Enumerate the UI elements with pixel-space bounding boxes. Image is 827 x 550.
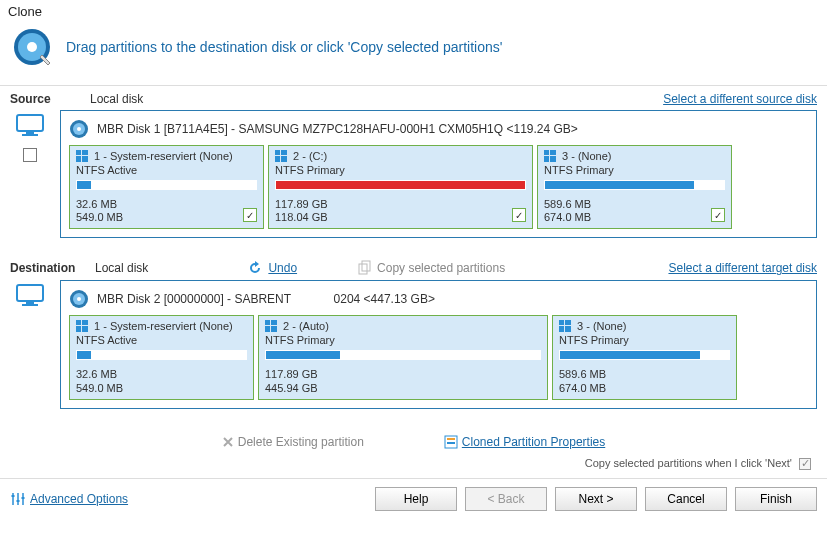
undo-icon[interactable] [248,260,264,276]
partition-block[interactable]: 3 - (None)NTFS Primary589.6 MB674.0 MB [552,315,737,399]
clone-disk-icon [12,27,52,67]
partition-stats: 117.89 GB118.04 GB [275,198,526,224]
svg-rect-25 [22,304,38,306]
partition-title: 1 - System-reserviert (None) [94,320,233,332]
copy-on-next-row: Copy selected partitions when I click 'N… [0,453,827,479]
svg-point-8 [77,127,81,131]
partition-block[interactable]: 1 - System-reserviert (None)NTFS Active3… [69,315,254,399]
destination-disk-frame: MBR Disk 2 [00000000] - SABRENT 0204 <44… [60,280,817,408]
help-button[interactable]: Help [375,487,457,511]
properties-icon [444,435,458,449]
usage-bar [265,350,541,360]
partition-stats: 589.6 MB674.0 MB [544,198,725,224]
svg-rect-35 [265,326,270,332]
source-disk-frame: MBR Disk 1 [B711A4E5] - SAMSUNG MZ7PC128… [60,110,817,238]
svg-point-2 [27,42,37,52]
partition-fs: NTFS Primary [275,164,526,176]
svg-rect-37 [559,320,564,325]
svg-rect-13 [275,150,280,155]
window-title: Clone [0,0,827,23]
disk-icon [69,119,89,139]
svg-rect-39 [559,326,564,332]
usage-bar [76,350,247,360]
cloned-partition-properties-link[interactable]: Cloned Partition Properties [444,435,605,449]
partition-title: 3 - (None) [577,320,627,332]
partition-checkbox[interactable]: ✓ [243,208,257,222]
source-label: Source [10,92,80,106]
back-button: < Back [465,487,547,511]
partition-title: 2 - (C:) [293,150,327,162]
svg-rect-34 [271,320,277,325]
usage-bar [544,180,725,190]
copy-on-next-label: Copy selected partitions when I click 'N… [585,457,792,469]
svg-rect-5 [22,134,38,136]
copy-selected-label: Copy selected partitions [377,261,505,275]
partition-title: 1 - System-reserviert (None) [94,150,233,162]
partition-fs: NTFS Primary [265,334,541,346]
svg-rect-32 [82,326,88,332]
svg-rect-19 [544,156,549,162]
destination-label: Destination [10,261,85,275]
monitor-icon [16,284,44,306]
svg-rect-38 [565,320,571,325]
svg-rect-44 [12,495,15,497]
partition-fs: NTFS Active [76,164,257,176]
svg-rect-21 [359,264,367,274]
svg-rect-40 [565,326,571,332]
partition-fs: NTFS Active [76,334,247,346]
usage-bar [275,180,526,190]
svg-rect-20 [550,156,556,162]
svg-rect-10 [82,150,88,155]
partition-title: 3 - (None) [562,150,612,162]
svg-rect-12 [82,156,88,162]
svg-rect-18 [550,150,556,155]
destination-body: MBR Disk 2 [00000000] - SABRENT 0204 <44… [0,280,827,424]
svg-rect-11 [76,156,81,162]
partition-block[interactable]: 3 - (None)NTFS Primary589.6 MB674.0 MB✓ [537,145,732,229]
copy-icon [357,260,373,276]
svg-point-28 [77,297,81,301]
svg-rect-15 [275,156,280,162]
destination-disk-info: MBR Disk 2 [00000000] - SABRENT 0204 <44… [97,292,435,306]
partition-stats: 32.6 MB549.0 MB [76,368,247,394]
partition-stats: 32.6 MB549.0 MB [76,198,257,224]
select-different-target-link[interactable]: Select a different target disk [668,261,817,275]
svg-rect-33 [265,320,270,325]
partition-block[interactable]: 2 - (C:)NTFS Primary117.89 GB118.04 GB✓ [268,145,533,229]
source-disk-info: MBR Disk 1 [B711A4E5] - SAMSUNG MZ7PC128… [97,122,578,136]
partition-block[interactable]: 2 - (Auto)NTFS Primary117.89 GB445.94 GB [258,315,548,399]
usage-bar [559,350,730,360]
partition-checkbox[interactable]: ✓ [711,208,725,222]
disk-icon [69,289,89,309]
finish-button[interactable]: Finish [735,487,817,511]
select-different-source-link[interactable]: Select a different source disk [663,92,817,106]
partition-checkbox[interactable]: ✓ [512,208,526,222]
partition-fs: NTFS Primary [544,164,725,176]
delete-icon [222,436,234,448]
destination-header-row: Destination Local disk Undo Copy selecte… [0,254,827,280]
hero-text: Drag partitions to the destination disk … [66,39,502,55]
svg-rect-30 [82,320,88,325]
svg-rect-23 [17,285,43,301]
next-button[interactable]: Next > [555,487,637,511]
svg-rect-24 [26,301,34,304]
partition-stats: 117.89 GB445.94 GB [265,368,541,394]
partition-title: 2 - (Auto) [283,320,329,332]
source-body: MBR Disk 1 [B711A4E5] - SAMSUNG MZ7PC128… [0,110,827,254]
source-select-all-checkbox[interactable] [23,148,37,162]
svg-rect-46 [22,497,25,499]
advanced-options-link[interactable]: Advanced Options [10,491,128,507]
partition-fs: NTFS Primary [559,334,730,346]
bottom-links: Delete Existing partition Cloned Partiti… [0,425,827,453]
svg-rect-4 [26,131,34,134]
copy-on-next-checkbox[interactable]: ✓ [799,458,811,470]
svg-rect-3 [17,115,43,131]
cancel-button[interactable]: Cancel [645,487,727,511]
svg-rect-17 [544,150,549,155]
svg-rect-14 [281,150,287,155]
partition-block[interactable]: 1 - System-reserviert (None)NTFS Active3… [69,145,264,229]
svg-rect-45 [17,500,20,502]
undo-link[interactable]: Undo [268,261,297,275]
sliders-icon [10,491,26,507]
svg-rect-43 [447,442,455,444]
